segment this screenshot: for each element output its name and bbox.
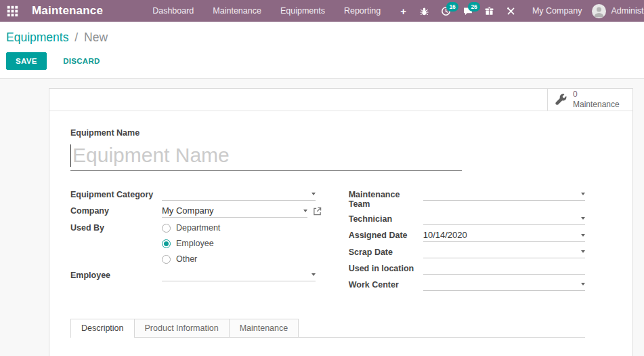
employee-select[interactable] [162, 270, 316, 281]
radio-employee-label: Employee [176, 239, 214, 248]
activity-badge: 16 [446, 2, 458, 12]
notebook-tabs: Description Product Information Maintena… [70, 319, 585, 338]
maintenance-stat-button[interactable]: 0 Maintenance [547, 89, 632, 111]
tab-maintenance[interactable]: Maintenance [229, 319, 299, 337]
app-title[interactable]: Maintenance [32, 4, 103, 18]
field-work-center: Work Center [349, 279, 585, 291]
messages-icon[interactable]: 26 [458, 0, 478, 22]
assigned-date-label: Assigned Date [349, 230, 423, 240]
tools-icon[interactable] [501, 0, 521, 22]
field-technician: Technician [349, 214, 585, 225]
work-center-label: Work Center [349, 279, 423, 290]
equipment-category-select[interactable] [162, 189, 316, 201]
bug-icon[interactable] [414, 0, 435, 22]
field-equipment-category: Equipment Category [70, 189, 322, 201]
save-button[interactable]: SAVE [6, 52, 47, 70]
sheet-body: Equipment Name Equipment Category [49, 111, 632, 356]
radio-department[interactable]: Department [162, 223, 220, 233]
menu-dashboard[interactable]: Dashboard [145, 0, 201, 22]
control-panel-buttons: SAVE DISCARD [6, 52, 633, 70]
equipment-name-group: Equipment Name [70, 128, 585, 171]
user-avatar[interactable] [592, 4, 606, 18]
activity-clock-icon[interactable]: 16 [436, 0, 456, 22]
technician-select[interactable] [423, 214, 585, 225]
radio-department-label: Department [176, 223, 220, 233]
scrap-date-input[interactable] [423, 247, 585, 258]
field-scrap-date: Scrap Date [349, 247, 585, 258]
equipment-name-field [70, 144, 462, 171]
field-grid: Equipment Category Company My Company [70, 189, 585, 296]
assigned-date-input[interactable]: 10/14/2020 [423, 230, 585, 242]
radio-other-label: Other [176, 254, 197, 264]
technician-label: Technician [349, 214, 423, 224]
company-switcher[interactable]: My Company [523, 6, 591, 16]
content-area: 0 Maintenance Equipment Name Equipment C… [0, 79, 644, 356]
wrench-icon [555, 94, 567, 106]
menu-maintenance[interactable]: Maintenance [205, 0, 269, 22]
used-in-location-input[interactable] [423, 263, 585, 275]
equipment-name-label: Equipment Name [70, 128, 585, 138]
equipment-category-label: Equipment Category [70, 189, 162, 199]
radio-circle[interactable] [162, 255, 171, 264]
chevron-down-icon [581, 217, 585, 220]
field-maintenance-team: Maintenance Team [349, 189, 585, 209]
tab-description[interactable]: Description [70, 319, 135, 338]
navbar-systray: 16 26 [414, 0, 644, 22]
gift-icon[interactable] [479, 0, 500, 22]
chevron-down-icon [581, 250, 585, 253]
breadcrumb: Equipments / New [6, 31, 633, 45]
work-center-select[interactable] [423, 279, 585, 291]
breadcrumb-equipments[interactable]: Equipments [6, 31, 68, 44]
company-label: Company [70, 205, 162, 216]
field-employee: Employee [70, 270, 322, 281]
apps-grid-icon[interactable] [7, 2, 18, 20]
stat-text: 0 Maintenance [573, 90, 620, 110]
left-column: Equipment Category Company My Company [70, 189, 322, 296]
top-navbar: Maintenance Dashboard Maintenance Equipm… [0, 0, 644, 22]
maintenance-team-label: Maintenance Team [349, 189, 423, 209]
stat-value: 0 [573, 90, 578, 100]
main-menu: Dashboard Maintenance Equipments Reporti… [145, 0, 414, 22]
right-column: Maintenance Team Technician [349, 189, 585, 296]
breadcrumb-separator: / [74, 31, 78, 44]
radio-circle-checked[interactable] [162, 239, 171, 248]
chevron-down-icon [581, 283, 585, 285]
plus-icon[interactable]: + [392, 5, 414, 17]
employee-label: Employee [70, 270, 162, 280]
chevron-down-icon [581, 234, 585, 237]
menu-reporting[interactable]: Reporting [337, 0, 388, 22]
discard-button[interactable]: DISCARD [55, 53, 108, 69]
field-used-by: Used By Department Employee [70, 222, 322, 264]
control-panel: Equipments / New SAVE DISCARD [0, 22, 644, 79]
assigned-date-value: 10/14/2020 [423, 230, 467, 240]
used-by-radio-group: Department Employee Other [162, 222, 220, 264]
equipment-name-input[interactable] [71, 144, 462, 167]
chevron-down-icon [312, 273, 316, 276]
company-select[interactable]: My Company [162, 205, 307, 218]
field-used-in-location: Used in location [349, 263, 585, 275]
external-link-icon[interactable] [313, 205, 322, 216]
used-in-location-label: Used in location [349, 263, 423, 273]
field-company: Company My Company [70, 205, 322, 218]
breadcrumb-current: New [84, 31, 108, 44]
used-by-label: Used By [70, 222, 162, 233]
chevron-down-icon [312, 193, 316, 195]
chevron-down-icon [303, 210, 307, 212]
message-badge: 26 [468, 2, 480, 12]
menu-equipments[interactable]: Equipments [273, 0, 332, 22]
scrap-date-label: Scrap Date [349, 247, 423, 257]
form-sheet: 0 Maintenance Equipment Name Equipment C… [49, 88, 633, 356]
button-box: 0 Maintenance [49, 89, 632, 111]
field-assigned-date: Assigned Date 10/14/2020 [349, 230, 585, 242]
user-menu[interactable]: Administrator [611, 6, 644, 16]
stat-label: Maintenance [573, 100, 620, 110]
radio-other[interactable]: Other [162, 254, 220, 264]
tab-content [70, 338, 585, 356]
chevron-down-icon [581, 193, 585, 195]
radio-circle[interactable] [162, 224, 171, 233]
radio-employee[interactable]: Employee [162, 239, 220, 248]
maintenance-team-select[interactable] [423, 189, 585, 201]
tab-product-information[interactable]: Product Information [134, 319, 230, 337]
company-value: My Company [162, 205, 214, 216]
